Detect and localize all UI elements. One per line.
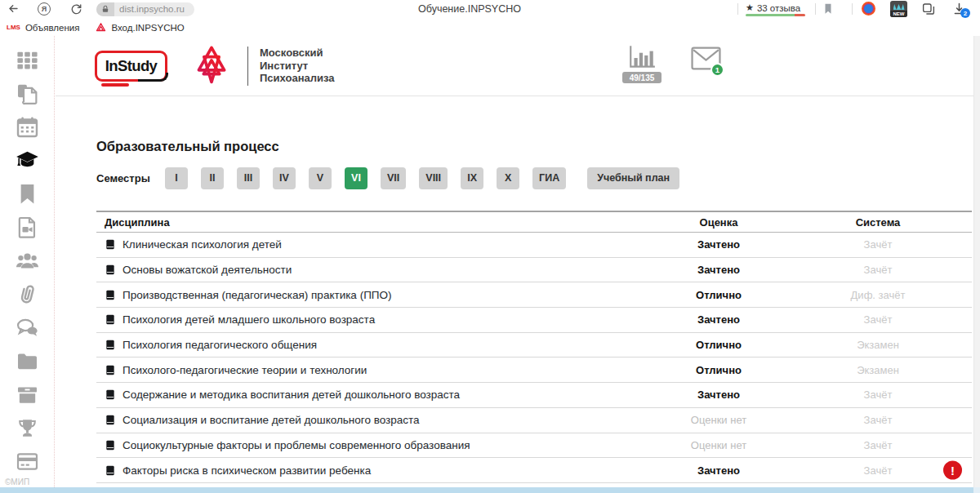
table-row[interactable]: Содержание и методика воспитания детей д… — [96, 383, 972, 408]
sidebar-item-calendar[interactable] — [15, 114, 39, 139]
discipline-name[interactable]: Психолого-педагогические теории и технол… — [122, 364, 367, 376]
discipline-name[interactable]: Психология педагогического общения — [122, 339, 317, 351]
semester-tab-ГИА[interactable]: ГИА — [532, 167, 566, 189]
discipline-cell[interactable]: Социализация и воспитание детей дошкольн… — [96, 414, 653, 426]
grid-icon — [16, 48, 39, 72]
refresh-button[interactable] — [70, 2, 82, 17]
back-arrow-icon — [7, 2, 20, 15]
side-panels-button[interactable] — [921, 2, 936, 20]
discipline-cell[interactable]: Клиническая психология детей — [96, 238, 653, 251]
discipline-name[interactable]: Содержание и методика воспитания детей д… — [122, 389, 460, 401]
table-row[interactable]: Социокультурные факторы и проблемы совре… — [96, 433, 972, 459]
semester-tab-VI[interactable]: VI — [345, 167, 368, 189]
semester-tab-VIII[interactable]: VIII — [419, 167, 448, 189]
mip-logo[interactable] — [189, 43, 234, 89]
discipline-cell[interactable]: Содержание и методика воспитания детей д… — [96, 389, 653, 401]
bookmarks-bar: LMS Объявления Вход.INPSYCHO — [0, 19, 980, 36]
semester-tab-VII[interactable]: VII — [381, 167, 406, 189]
horizontal-scrollbar[interactable] — [0, 487, 973, 493]
discipline-cell[interactable]: Производственная (педагогическая) практи… — [96, 289, 653, 301]
bookmark-page-button[interactable] — [822, 2, 834, 18]
lock-icon — [96, 2, 114, 16]
grade-system: Зачёт — [784, 264, 972, 276]
browser-menu-icon[interactable]: Я — [38, 2, 51, 16]
progress-chart-icon[interactable] — [627, 44, 657, 70]
progress-badge[interactable]: 49/135 — [622, 72, 662, 83]
column-header-discipline: Дисциплина — [96, 216, 653, 229]
extension-new-icon[interactable]: NEW — [890, 1, 907, 17]
semester-tab-Учебный план[interactable]: Учебный план — [587, 167, 679, 189]
table-row[interactable]: Психология детей младшего школьного возр… — [96, 308, 972, 333]
vertical-scrollbar[interactable] — [973, 36, 980, 487]
discipline-name[interactable]: Производственная (педагогическая) практи… — [122, 289, 392, 301]
card-icon — [16, 450, 39, 473]
sidebar-item-files[interactable] — [15, 349, 39, 373]
semester-row: Семестры IIIIIIIVVVIVIIVIIIIXXГИАУчебный… — [96, 167, 679, 189]
graduation-cap-icon — [16, 149, 39, 172]
panels-icon — [921, 2, 936, 16]
mail-button[interactable]: 1 — [691, 47, 724, 74]
bookmark-label: Вход.INPSYCHO — [111, 23, 184, 33]
table-row[interactable]: Производственная (педагогическая) практи… — [96, 282, 972, 308]
sidebar-item-messages[interactable] — [15, 315, 39, 340]
discipline-name[interactable]: Факторы риска в психическом развитии реб… — [122, 464, 371, 477]
institute-line: Московский — [260, 47, 335, 60]
site-reviews[interactable]: ★ 33 отзыва — [746, 2, 800, 13]
book-icon — [105, 339, 116, 351]
scrollbar-corner — [973, 487, 980, 493]
sidebar-item-education[interactable] — [15, 148, 39, 172]
bookmark-icon — [16, 182, 39, 206]
page-title: Образовательный процесс — [96, 139, 279, 154]
discipline-name[interactable]: Психология детей младшего школьного возр… — [122, 313, 375, 326]
semester-tab-III[interactable]: III — [237, 167, 260, 189]
sidebar-item-groups[interactable] — [15, 248, 39, 273]
semester-tab-X[interactable]: X — [497, 167, 519, 189]
bookmark-item-announcements[interactable]: LMS Объявления — [7, 23, 79, 33]
alert-icon[interactable]: ! — [943, 461, 962, 480]
discipline-name[interactable]: Социокультурные факторы и проблемы совре… — [122, 439, 470, 451]
table-row[interactable]: Клиническая психология детейЗачтеноЗачёт — [96, 233, 972, 258]
sidebar-item-achievements[interactable] — [15, 415, 39, 440]
discipline-cell[interactable]: Психология педагогического общения — [96, 339, 653, 351]
table-row[interactable]: Психолого-педагогические теории и технол… — [96, 358, 972, 383]
institute-line: Институт — [260, 60, 335, 73]
table-row[interactable]: Социализация и воспитание детей дошкольн… — [96, 408, 972, 433]
chat-icon — [16, 316, 39, 340]
table-row[interactable]: Основы вожатской деятельностиЗачтеноЗачё… — [96, 258, 972, 283]
table-row[interactable]: Факторы риска в психическом развитии реб… — [96, 458, 972, 483]
sidebar-item-payments[interactable] — [15, 449, 39, 473]
discipline-name[interactable]: Клиническая психология детей — [122, 238, 282, 251]
bookmark-label: Объявления — [25, 23, 80, 33]
sidebar-item-archive[interactable] — [15, 382, 39, 406]
semester-tab-I[interactable]: I — [165, 167, 188, 189]
book-icon — [105, 238, 116, 251]
sidebar-item-apps[interactable] — [15, 47, 39, 72]
bookmark-item-login[interactable]: Вход.INPSYCHO — [96, 22, 184, 33]
address-bar[interactable]: dist.inpsycho.ru — [96, 2, 194, 16]
column-header-system: Система — [784, 216, 972, 229]
discipline-cell[interactable]: Психолого-педагогические теории и технол… — [96, 364, 653, 376]
table-row[interactable]: Психология педагогического общенияОтличн… — [96, 333, 972, 358]
book-icon — [105, 364, 116, 376]
semester-tab-II[interactable]: II — [201, 167, 224, 189]
semester-tab-IV[interactable]: IV — [273, 167, 296, 189]
discipline-name[interactable]: Основы вожатской деятельности — [122, 264, 292, 276]
semester-tab-V[interactable]: V — [309, 167, 332, 189]
discipline-cell[interactable]: Социокультурные факторы и проблемы совре… — [96, 439, 653, 451]
sidebar-item-documents[interactable] — [15, 81, 39, 105]
instudy-logo[interactable]: InStudy — [95, 51, 167, 82]
grade-value: Отлично — [653, 339, 784, 351]
grade-value: Зачтено — [653, 264, 784, 276]
sidebar-item-video-materials[interactable] — [15, 215, 39, 239]
sidebar-item-attachments[interactable] — [15, 282, 39, 306]
semester-tab-IX[interactable]: IX — [461, 167, 483, 189]
extension-circle-icon[interactable] — [862, 2, 875, 16]
discipline-cell[interactable]: Основы вожатской деятельности — [96, 264, 653, 276]
discipline-cell[interactable]: Факторы риска в психическом развитии реб… — [96, 464, 653, 477]
grade-value: Отлично — [653, 364, 784, 376]
discipline-cell[interactable]: Психология детей младшего школьного возр… — [96, 313, 653, 326]
discipline-name[interactable]: Социализация и воспитание детей дошкольн… — [122, 414, 420, 426]
back-button[interactable] — [7, 2, 20, 17]
divider — [815, 3, 816, 15]
sidebar-item-bookmarks[interactable] — [15, 181, 39, 206]
